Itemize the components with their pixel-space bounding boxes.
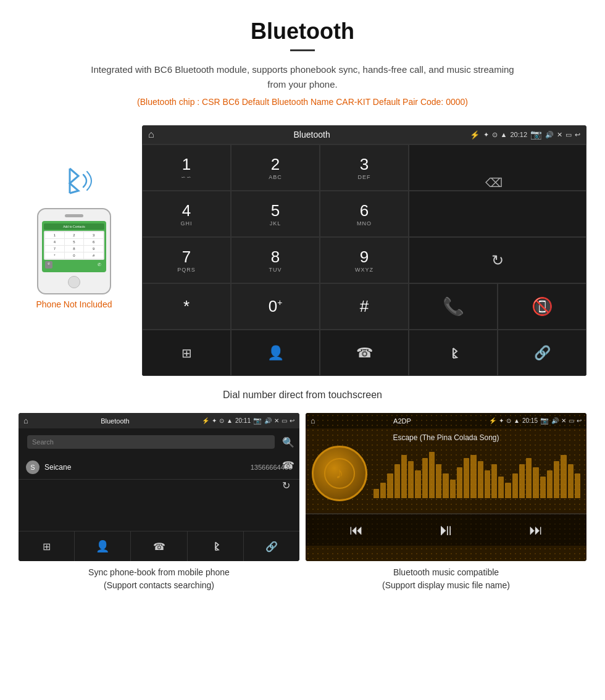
phone-key[interactable]: 4 bbox=[45, 239, 64, 245]
phone-key[interactable]: 9 bbox=[84, 246, 103, 252]
phone-key[interactable]: 0 bbox=[65, 252, 84, 259]
bluetooth-status-icon: ✦ bbox=[483, 131, 489, 139]
dial-bluetooth-icon[interactable] bbox=[409, 330, 498, 376]
dial-empty-2 bbox=[409, 191, 586, 237]
eq-bar bbox=[575, 473, 580, 498]
dial-key-star[interactable]: * bbox=[142, 283, 231, 330]
dial-phone-icon[interactable]: ☎ bbox=[320, 330, 409, 376]
dial-title: Bluetooth bbox=[158, 130, 466, 140]
phone-key[interactable]: 6 bbox=[84, 239, 103, 245]
eq-bar bbox=[505, 483, 511, 498]
dial-key-7[interactable]: 7 PQRS bbox=[142, 237, 231, 283]
dial-dialpad-icon[interactable]: ⊞ bbox=[142, 330, 231, 376]
phone-speaker bbox=[65, 214, 83, 217]
dial-screen: ⌂ Bluetooth ⚡ ✦ ⊙ ▲ 20:12 📷 🔊 ✕ ▭ ↩ 1 ∽∽ bbox=[142, 125, 586, 376]
pb-refresh-side-icon[interactable]: ↻ bbox=[282, 480, 294, 491]
svg-text:♪: ♪ bbox=[336, 464, 344, 482]
dial-display: ⌫ bbox=[409, 144, 586, 191]
eq-bar bbox=[401, 455, 407, 498]
dial-key-3[interactable]: 3 DEF bbox=[320, 144, 409, 191]
eq-bar bbox=[443, 473, 448, 498]
home-icon[interactable]: ⌂ bbox=[148, 129, 154, 140]
pb-usb-icon: ⚡ bbox=[202, 417, 209, 424]
phone-key[interactable]: 1 bbox=[45, 232, 64, 238]
phone-key[interactable]: 2 bbox=[65, 232, 84, 238]
pb-back-icon[interactable]: ↩ bbox=[290, 417, 294, 424]
eq-bar bbox=[519, 464, 525, 498]
phone-key[interactable]: 3 bbox=[84, 232, 103, 238]
music-screen-container: ⌂ A2DP ⚡ ✦ ⊙ ▲ 20:15 📷 🔊 ✕ ▭ ↩ Escape (T… bbox=[306, 413, 586, 561]
pb-search-box[interactable]: Search bbox=[27, 435, 275, 449]
dial-link-icon[interactable]: 🔗 bbox=[498, 330, 586, 376]
eq-bar bbox=[478, 461, 483, 498]
window-icon[interactable]: ▭ bbox=[565, 131, 572, 139]
phone-screen: Add to Contacts 1 2 3 4 5 6 7 8 9 * 0 # bbox=[42, 221, 106, 272]
music-prev-button[interactable]: ⏮ bbox=[349, 522, 363, 538]
backspace-button[interactable]: ⌫ bbox=[485, 175, 503, 190]
eq-bar bbox=[394, 464, 400, 498]
pb-cam-icon[interactable]: 📷 bbox=[253, 417, 262, 425]
dial-contacts-icon[interactable]: 👤 bbox=[231, 330, 320, 376]
dial-key-8[interactable]: 8 TUV bbox=[231, 237, 320, 283]
pb-bottom-dialpad[interactable]: ⊞ bbox=[19, 531, 75, 561]
pb-bottom-bluetooth[interactable] bbox=[188, 531, 244, 561]
pb-contact-row[interactable]: S Seicane 13566664466 bbox=[19, 456, 299, 480]
phone-dialpad: 1 2 3 4 5 6 7 8 9 * 0 # bbox=[44, 231, 104, 260]
music-card: ⌂ A2DP ⚡ ✦ ⊙ ▲ 20:15 📷 🔊 ✕ ▭ ↩ Escape (T… bbox=[306, 413, 586, 597]
eq-bar bbox=[491, 464, 497, 498]
pb-bottom-link[interactable]: 🔗 bbox=[244, 531, 299, 561]
dial-key-2[interactable]: 2 ABC bbox=[231, 144, 320, 191]
phone-key[interactable]: * bbox=[45, 252, 64, 259]
main-section: Add to Contacts 1 2 3 4 5 6 7 8 9 * 0 # bbox=[0, 125, 605, 382]
pb-bottom-contacts[interactable]: 👤 bbox=[75, 531, 131, 561]
phone-key[interactable]: # bbox=[84, 252, 103, 259]
eq-bar bbox=[415, 470, 420, 498]
pb-vol-icon[interactable]: 🔊 bbox=[264, 417, 272, 424]
pb-home-icon[interactable]: ⌂ bbox=[23, 416, 28, 425]
dial-key-hash[interactable]: # bbox=[320, 283, 409, 330]
dial-key-0[interactable]: 0+ bbox=[231, 283, 320, 330]
volume-icon[interactable]: 🔊 bbox=[545, 131, 554, 139]
title-divider bbox=[290, 49, 315, 51]
close-icon[interactable]: ✕ bbox=[557, 131, 562, 139]
phone-key[interactable]: 5 bbox=[65, 239, 84, 245]
eq-bar bbox=[429, 452, 435, 498]
eq-bar bbox=[554, 461, 559, 498]
music-album-art: ♪ bbox=[312, 446, 367, 501]
eq-bar bbox=[457, 467, 462, 498]
dial-grid: 1 ∽∽ 2 ABC 3 DEF ⌫ 4 GHI 5 JKL bbox=[142, 144, 586, 376]
pb-search-icon[interactable]: 🔍 bbox=[282, 436, 294, 448]
pb-contact-name: Seicane bbox=[44, 463, 251, 472]
dial-refresh[interactable]: ↻ bbox=[409, 237, 586, 283]
pb-time: 20:11 bbox=[235, 417, 251, 424]
phone-key[interactable]: 8 bbox=[65, 246, 84, 252]
dial-key-9[interactable]: 9 WXYZ bbox=[320, 237, 409, 283]
music-next-button[interactable]: ⏭ bbox=[529, 522, 543, 538]
dial-key-5[interactable]: 5 JKL bbox=[231, 191, 320, 237]
dial-status-icons: ✦ ⊙ ▲ 20:12 📷 🔊 ✕ ▭ ↩ bbox=[483, 129, 580, 140]
dial-key-1[interactable]: 1 ∽∽ bbox=[142, 144, 231, 191]
dial-call-red[interactable]: 📵 bbox=[498, 283, 586, 330]
pb-win-icon[interactable]: ▭ bbox=[282, 417, 287, 424]
pb-loc-icon: ⊙ bbox=[219, 417, 224, 424]
phone-home-button[interactable] bbox=[68, 276, 80, 288]
dial-statusbar: ⌂ Bluetooth ⚡ ✦ ⊙ ▲ 20:12 📷 🔊 ✕ ▭ ↩ bbox=[142, 125, 586, 144]
dial-key-4[interactable]: 4 GHI bbox=[142, 191, 231, 237]
phone-illustration: Add to Contacts 1 2 3 4 5 6 7 8 9 * 0 # bbox=[19, 125, 130, 309]
pb-phone-side-icon[interactable]: ☎ bbox=[282, 459, 294, 471]
pb-close-icon[interactable]: ✕ bbox=[274, 417, 279, 424]
dial-call-green[interactable]: 📞 bbox=[409, 283, 498, 330]
phone-key[interactable]: 7 bbox=[45, 246, 64, 252]
phonebook-screen: ⌂ Bluetooth ⚡ ✦ ⊙ ▲ 20:11 📷 🔊 ✕ ▭ ↩ Se bbox=[19, 413, 299, 561]
music-play-pause-button[interactable]: ⏯ bbox=[438, 520, 454, 540]
eq-bar bbox=[561, 455, 566, 498]
pb-bottom-phone[interactable]: ☎ bbox=[131, 531, 187, 561]
pb-contact-avatar: S bbox=[26, 460, 40, 474]
back-icon[interactable]: ↩ bbox=[575, 131, 580, 139]
eq-bar bbox=[498, 477, 504, 498]
camera-icon[interactable]: 📷 bbox=[530, 129, 542, 140]
eq-bar bbox=[422, 458, 428, 498]
eq-bar bbox=[436, 464, 441, 498]
phone-mockup: Add to Contacts 1 2 3 4 5 6 7 8 9 * 0 # bbox=[37, 208, 111, 294]
dial-key-6[interactable]: 6 MNO bbox=[320, 191, 409, 237]
